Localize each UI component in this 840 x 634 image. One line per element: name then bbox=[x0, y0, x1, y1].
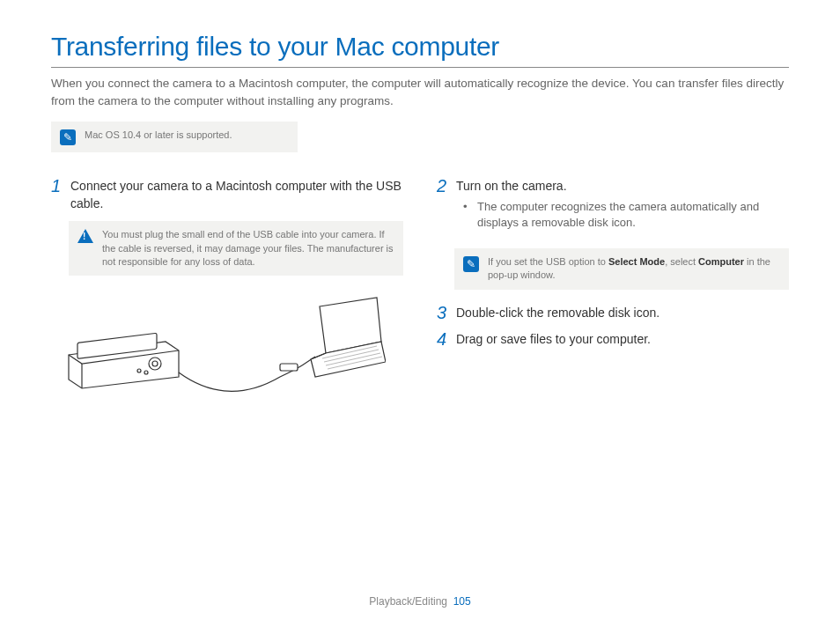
step-4-number: 4 bbox=[437, 330, 449, 349]
note-2-text: If you set the USB option to Select Mode… bbox=[488, 255, 780, 283]
svg-point-4 bbox=[144, 371, 148, 374]
note-box-top: ✎ Mac OS 10.4 or later is supported. bbox=[51, 122, 298, 152]
intro-text: When you connect the camera to a Macinto… bbox=[51, 75, 789, 109]
left-column: 1 Connect your camera to a Macintosh com… bbox=[51, 177, 403, 399]
step-2-bullet: The computer recognizes the camera autom… bbox=[468, 199, 789, 231]
warning-text: You must plug the small end of the USB c… bbox=[102, 228, 394, 269]
warning-icon bbox=[77, 229, 93, 243]
connection-diagram bbox=[51, 293, 403, 399]
step-1-number: 1 bbox=[51, 177, 63, 212]
step-4-text: Drag or save files to your computer. bbox=[456, 330, 651, 349]
step-2-text: Turn on the camera. bbox=[456, 178, 789, 195]
step-3: 3 Double-click the removable disk icon. bbox=[437, 304, 789, 322]
step-1-text: Connect your camera to a Macintosh compu… bbox=[70, 177, 403, 212]
step-1: 1 Connect your camera to a Macintosh com… bbox=[51, 177, 403, 212]
note-box-2: ✎ If you set the USB option to Select Mo… bbox=[454, 248, 789, 290]
note-top-text: Mac OS 10.4 or later is supported. bbox=[85, 129, 232, 142]
page-footer: Playback/Editing 105 bbox=[0, 595, 840, 608]
svg-point-3 bbox=[137, 369, 141, 372]
note-icon: ✎ bbox=[60, 129, 76, 145]
step-2-number: 2 bbox=[437, 177, 449, 240]
footer-page-number: 105 bbox=[453, 595, 471, 608]
svg-point-2 bbox=[152, 361, 158, 366]
step-3-number: 3 bbox=[437, 304, 449, 322]
step-3-text: Double-click the removable disk icon. bbox=[456, 304, 659, 322]
page-title: Transferring files to your Mac computer bbox=[51, 32, 789, 62]
right-column: 2 Turn on the camera. The computer recog… bbox=[437, 177, 789, 399]
note-icon: ✎ bbox=[463, 256, 479, 272]
svg-rect-5 bbox=[280, 364, 298, 371]
footer-section: Playback/Editing bbox=[369, 595, 447, 608]
warning-box: You must plug the small end of the USB c… bbox=[69, 221, 403, 276]
title-rule bbox=[51, 67, 789, 68]
step-2: 2 Turn on the camera. The computer recog… bbox=[437, 177, 789, 240]
step-4: 4 Drag or save files to your computer. bbox=[437, 330, 789, 349]
